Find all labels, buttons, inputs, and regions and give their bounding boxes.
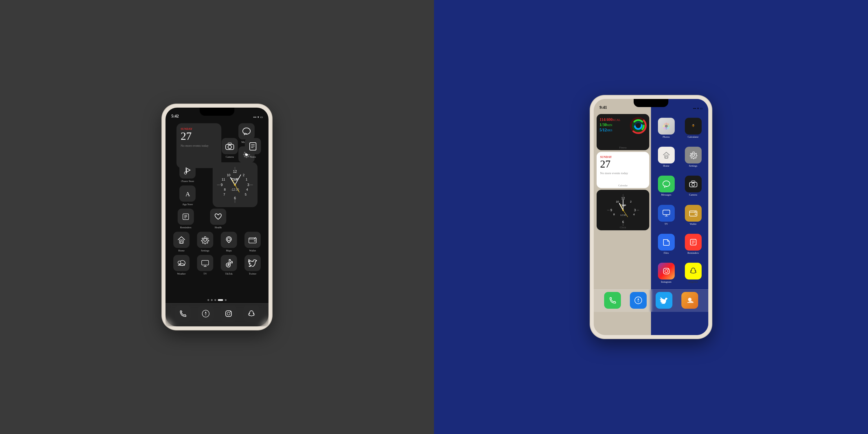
app-itunes[interactable]: iTunes Store [178, 162, 197, 183]
itunes-icon [179, 162, 195, 179]
svg-marker-126 [638, 300, 639, 303]
battery-icon: ▭ [260, 116, 263, 119]
dock-phone[interactable] [173, 306, 193, 323]
svg-text:7: 7 [223, 193, 225, 196]
svg-text:3: 3 [247, 183, 249, 187]
r-app-wallet[interactable]: Wallet [683, 205, 704, 225]
app-tiktok[interactable]: TikTok [219, 255, 239, 275]
right-status-bar: 9:41 ▪▪▪ ▾ ▭ [594, 99, 708, 112]
r-tv-label: TV [664, 222, 668, 225]
svg-text:8: 8 [613, 213, 615, 216]
app-area: SUNDAY 27 No more events today Messages [165, 120, 269, 303]
right-calendar-widget[interactable]: SUNDAY 27 No more events today Calendar [597, 152, 649, 188]
svg-point-127 [688, 298, 691, 301]
right-clock-label: Clock [597, 226, 649, 229]
right-row-6: Instagram Snapchat [653, 263, 707, 283]
right-dock [594, 289, 708, 312]
right-row-4: TV Wallet [653, 205, 707, 225]
svg-point-65 [227, 312, 230, 315]
svg-point-106 [692, 154, 694, 156]
dot-5 [225, 299, 226, 301]
r-app-photos[interactable]: Photos [656, 118, 677, 138]
svg-text:12: 12 [621, 196, 625, 200]
r-messages-icon [658, 176, 675, 192]
svg-point-0 [243, 128, 250, 134]
dock-r-safari[interactable] [628, 292, 649, 310]
svg-text:1: 1 [246, 178, 247, 181]
dock-r-phone-icon [604, 292, 621, 309]
r-app-messages[interactable]: Messages [656, 176, 677, 196]
r-app-reminders[interactable]: Reminders [683, 234, 704, 254]
dock-r-twitter[interactable] [654, 292, 675, 310]
appstore-label: App Store [182, 203, 193, 206]
r-tv-icon [658, 205, 675, 222]
app-notes[interactable]: Notes [243, 138, 263, 158]
home-label: Home [178, 249, 185, 252]
app-twitter[interactable]: Twitter [243, 255, 262, 275]
r-app-files[interactable]: Files [656, 234, 677, 254]
app-wallet[interactable]: Wallet [243, 232, 262, 252]
svg-rect-55 [254, 240, 256, 242]
right-clock-widget[interactable]: 12 3 6 9 10 2 4 8 CUP 12:30 [597, 190, 649, 230]
svg-point-19 [184, 172, 187, 174]
app-weather[interactable]: Weather [172, 255, 191, 275]
reminders-icon [178, 209, 194, 225]
right-cal-text: No more events today [600, 171, 646, 175]
svg-marker-108 [664, 186, 666, 187]
svg-text:5: 5 [245, 193, 247, 196]
svg-point-110 [692, 183, 695, 186]
dock-snapchat-icon [243, 306, 259, 322]
r-settings-label: Settings [689, 164, 697, 167]
svg-point-98 [665, 128, 667, 130]
dot-3 [214, 299, 216, 301]
r-app-home[interactable]: Home [656, 147, 677, 167]
dock-instagram-icon [220, 306, 237, 322]
home-icon [173, 232, 189, 248]
app-tv[interactable]: TV [195, 255, 215, 275]
r-app-tv[interactable]: TV [656, 205, 677, 225]
clock-widget[interactable]: 12 3 6 9 10 2 4 8 1 11 5 7 [213, 162, 257, 207]
r-signal-icon: ▪▪▪ [693, 107, 696, 110]
health-icon [210, 209, 226, 225]
r-settings-icon [685, 147, 702, 163]
svg-point-66 [230, 311, 231, 312]
svg-point-92 [622, 209, 623, 211]
dock-compass[interactable] [196, 306, 216, 323]
right-cal-label: Calendar [597, 184, 649, 187]
calendar-widget[interactable]: SUNDAY 27 No more events today [177, 123, 221, 168]
svg-marker-1 [244, 133, 247, 135]
app-camera[interactable]: Camera [220, 138, 240, 158]
r-app-instagram[interactable]: Instagram [656, 263, 677, 283]
app-home[interactable]: Home [172, 232, 191, 252]
r-app-camera[interactable]: Camera [683, 176, 704, 196]
fitness-widget[interactable]: 114/400KCAL 1/30MIN 5/12HRS Fitness [597, 114, 649, 150]
reminders-label: Reminders [180, 226, 191, 229]
left-phone: 5:42 ▪▪▪ ▾ ▭ SUNDAY 27 No more events to… [162, 104, 272, 330]
widgets-column: 114/400KCAL 1/30MIN 5/12HRS Fitness SUND… [594, 112, 651, 312]
svg-rect-105 [665, 156, 667, 158]
app-maps[interactable]: Maps [219, 232, 239, 252]
settings-icon [197, 232, 213, 248]
maps-icon [221, 232, 237, 248]
app-appstore[interactable]: A App Store [178, 185, 197, 206]
dock-r-weather[interactable] [679, 292, 700, 310]
r-app-calculator[interactable]: +− Calculator [683, 118, 704, 138]
r-app-snapchat[interactable]: Snapchat [683, 263, 704, 283]
svg-marker-125 [638, 298, 639, 300]
dock-snapchat[interactable] [242, 306, 261, 323]
svg-text:9: 9 [221, 183, 223, 187]
r-files-label: Files [664, 251, 669, 254]
svg-text:6: 6 [234, 196, 236, 200]
app-reminders[interactable]: Reminders [176, 209, 195, 229]
svg-text:A: A [185, 190, 190, 197]
dock-r-phone[interactable] [602, 292, 623, 310]
svg-text:12: 12 [233, 169, 237, 174]
app-health[interactable]: Health [208, 209, 228, 229]
activity-rings [629, 117, 647, 134]
svg-marker-63 [205, 314, 207, 316]
dock-instagram[interactable] [219, 306, 239, 323]
r-app-settings[interactable]: Settings [683, 147, 704, 167]
right-clock-face: 12 3 6 9 10 2 4 8 CUP 12:30 [605, 192, 641, 228]
wallet-label: Wallet [249, 249, 256, 252]
app-settings[interactable]: Settings [195, 232, 215, 252]
